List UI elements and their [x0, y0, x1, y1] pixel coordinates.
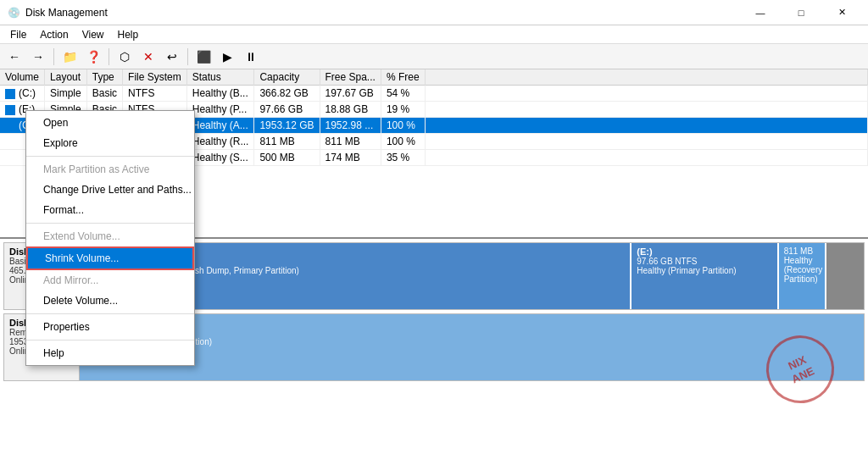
app-icon: 💿	[7, 6, 20, 19]
table-cell: 19 %	[381, 102, 425, 118]
disk0-partition-e[interactable]: (E:) 97.66 GB NTFS Healthy (Primary Part…	[632, 243, 778, 309]
table-cell: 174 MB	[320, 150, 381, 166]
table-cell: 811 MB	[320, 134, 381, 150]
toolbar-pause-button[interactable]: ⏸	[240, 47, 262, 67]
table-cell: 97.66 GB	[254, 102, 320, 118]
col-freespace[interactable]: Free Spa...	[320, 69, 381, 86]
table-cell: 100 %	[381, 118, 425, 134]
context-menu-item: Add Mirror...	[26, 270, 194, 291]
menu-view[interactable]: View	[75, 25, 111, 43]
disk0-partition-recovery[interactable]: 811 MB Healthy (Recovery Partition)	[779, 243, 826, 309]
context-menu-separator	[26, 223, 194, 224]
context-menu-item[interactable]: Change Drive Letter and Paths...	[26, 180, 194, 200]
menu-file[interactable]: File	[3, 25, 33, 43]
context-menu-item: Mark Partition as Active	[26, 159, 194, 180]
col-filesystem[interactable]: File System	[123, 69, 187, 86]
disk1-part-g-size: 1953.12 GB NTFS	[85, 328, 859, 337]
table-cell: (C:)	[0, 86, 45, 102]
context-menu-separator	[26, 156, 194, 157]
toolbar-disk-button[interactable]: ⬛	[192, 47, 214, 67]
toolbar-connect-button[interactable]: ⬡	[114, 47, 136, 67]
disk0-partitions: (C:) 366.82 GB NTFS Healthy (Boot, Page …	[80, 242, 865, 310]
table-cell: 1952.98 ...	[320, 118, 381, 134]
col-extra	[425, 69, 867, 86]
table-cell: 197.67 GB	[320, 86, 381, 102]
disk0-part-rec-size: 811 MB	[784, 246, 820, 256]
table-cell	[425, 150, 867, 166]
menu-bar: File Action View Help	[0, 25, 868, 44]
table-cell: NTFS	[123, 86, 187, 102]
context-menu-item[interactable]: Open	[26, 113, 194, 133]
context-menu-item[interactable]: Delete Volume...	[26, 291, 194, 311]
toolbar-sep-1	[53, 48, 54, 65]
table-cell: Healthy (P...	[186, 102, 254, 118]
table-cell: Healthy (B...	[186, 86, 254, 102]
table-cell: 35 %	[381, 150, 425, 166]
context-menu-separator	[26, 313, 194, 314]
context-menu: OpenExploreMark Partition as ActiveChang…	[25, 110, 195, 366]
table-row[interactable]: (C:)SimpleBasicNTFSHealthy (B...366.82 G…	[0, 86, 868, 102]
toolbar-folder-button[interactable]: 📁	[58, 47, 81, 67]
disk0-part-rec-status: Healthy (Recovery Partition)	[784, 256, 820, 284]
title-bar-controls: — □ ✕	[741, 0, 861, 25]
col-status[interactable]: Status	[186, 69, 254, 86]
close-button[interactable]: ✕	[822, 0, 861, 25]
table-cell: 18.88 GB	[320, 102, 381, 118]
menu-action[interactable]: Action	[33, 25, 75, 43]
disk1-part-g-status: Healthy (Active, Primary Partition)	[85, 337, 859, 346]
col-type[interactable]: Type	[86, 69, 122, 86]
disk0-part-e-status: Healthy (Primary Partition)	[637, 266, 771, 275]
toolbar-refresh-button[interactable]: ↩	[161, 47, 183, 67]
table-cell	[425, 134, 867, 150]
table-cell	[425, 118, 867, 134]
table-cell: 811 MB	[254, 134, 320, 150]
table-cell: Simple	[45, 86, 87, 102]
toolbar-help-button[interactable]: ❓	[82, 47, 104, 67]
toolbar-sep-2	[108, 48, 109, 65]
col-capacity[interactable]: Capacity	[254, 69, 320, 86]
disk0-part-e-title: (E:)	[637, 246, 771, 257]
toolbar-play-button[interactable]: ▶	[216, 47, 238, 67]
toolbar-delete-button[interactable]: ✕	[137, 47, 159, 67]
title-bar-text: Disk Management	[25, 7, 741, 19]
table-cell: Healthy (R...	[186, 134, 254, 150]
context-menu-item[interactable]: Format...	[26, 200, 194, 220]
maximize-button[interactable]: □	[782, 0, 821, 25]
disk1-part-g-title: (G:)	[85, 318, 859, 328]
title-bar: 💿 Disk Management — □ ✕	[0, 0, 868, 25]
table-cell: Healthy (S...	[186, 150, 254, 166]
table-cell: 54 %	[381, 86, 425, 102]
disk1-partition-g[interactable]: (G:) 1953.12 GB NTFS Healthy (Active, Pr…	[80, 314, 864, 380]
table-cell: 366.82 GB	[254, 86, 320, 102]
context-menu-item[interactable]: Properties	[26, 317, 194, 337]
toolbar: ← → 📁 ❓ ⬡ ✕ ↩ ⬛ ▶ ⏸	[0, 44, 868, 69]
table-cell	[425, 86, 867, 102]
toolbar-forward-button[interactable]: →	[27, 47, 49, 67]
menu-help[interactable]: Help	[111, 25, 146, 43]
toolbar-back-button[interactable]: ←	[3, 47, 25, 67]
context-menu-separator	[26, 340, 194, 340]
table-cell: 1953.12 GB	[254, 118, 320, 134]
context-menu-item[interactable]: Explore	[26, 133, 194, 153]
table-cell: Basic	[86, 86, 122, 102]
col-volume[interactable]: Volume	[0, 69, 45, 86]
col-pctfree[interactable]: % Free	[381, 69, 425, 86]
table-cell: 500 MB	[254, 150, 320, 166]
context-menu-item[interactable]: Help	[26, 343, 194, 363]
col-layout[interactable]: Layout	[45, 69, 87, 86]
table-cell	[425, 102, 867, 118]
disk0-part-e-size: 97.66 GB NTFS	[637, 257, 771, 266]
toolbar-sep-3	[187, 48, 188, 65]
table-cell: 100 %	[381, 134, 425, 150]
table-cell: Healthy (A...	[186, 118, 254, 134]
minimize-button[interactable]: —	[741, 0, 780, 25]
context-menu-item: Extend Volume...	[26, 226, 194, 246]
context-menu-item[interactable]: Shrink Volume...	[26, 246, 194, 270]
disk1-partitions: (G:) 1953.12 GB NTFS Healthy (Active, Pr…	[80, 313, 865, 381]
disk0-partition-unalloc	[826, 243, 864, 309]
table-header: Volume Layout Type File System Status Ca…	[0, 69, 868, 86]
